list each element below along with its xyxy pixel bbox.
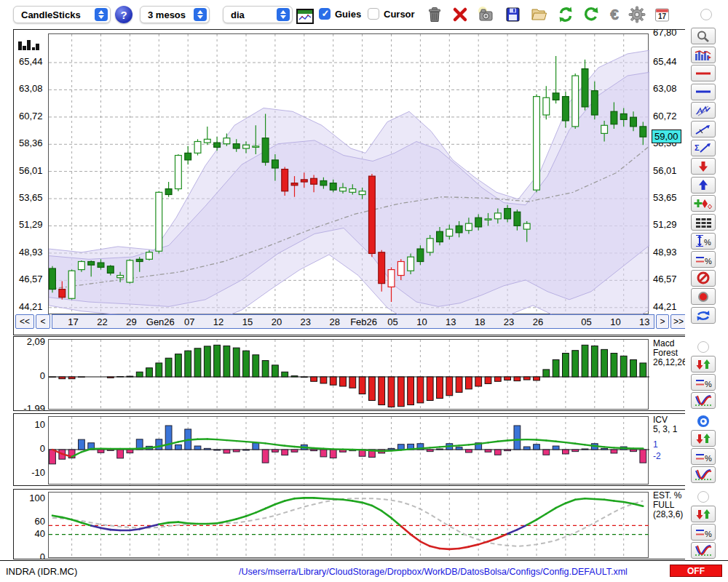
scroll-tick-label: 12 bbox=[202, 316, 234, 327]
updown-arrows-button[interactable] bbox=[691, 506, 716, 522]
price-axis-label: 48,93 bbox=[653, 247, 677, 258]
lines-percent-icon: % bbox=[694, 253, 713, 266]
lines-percent-icon: % bbox=[694, 450, 713, 463]
macd-panel-radio[interactable] bbox=[697, 341, 709, 353]
chart-type-select[interactable]: CandleSticks bbox=[13, 6, 111, 23]
lines-percent-icon: % bbox=[694, 526, 713, 539]
icv-axis-label: -10 bbox=[19, 467, 45, 478]
down-arrow-button[interactable] bbox=[691, 158, 716, 175]
interval-select[interactable]: dia bbox=[223, 6, 293, 23]
delete-x-button[interactable] bbox=[450, 4, 470, 25]
price-axis-label: 48,93 bbox=[19, 247, 43, 258]
price-axis-label: 65,44 bbox=[19, 56, 43, 67]
save-floppy-button[interactable] bbox=[502, 4, 523, 25]
refresh-button[interactable] bbox=[555, 4, 576, 25]
scroll-tick-label: 23 bbox=[290, 316, 322, 327]
date-scrollbar: << < 172229Gen26071215202328Feb260510131… bbox=[15, 314, 685, 330]
scroll-tick-label: 28 bbox=[319, 316, 351, 327]
scroll-fast-next-button[interactable]: >> bbox=[670, 314, 686, 329]
scroll-prev-button[interactable]: < bbox=[36, 314, 50, 329]
lines-percent-button[interactable]: % bbox=[691, 524, 716, 541]
add-marker-button[interactable] bbox=[691, 195, 716, 212]
save-floppy-icon bbox=[504, 6, 521, 23]
lines-percent-button[interactable]: % bbox=[691, 374, 716, 391]
scroll-tick-label: Feb26 bbox=[348, 316, 380, 327]
updown-arrows-icon bbox=[694, 358, 713, 371]
stoch-panel-radio[interactable] bbox=[697, 491, 709, 503]
settings-gear-button[interactable] bbox=[627, 4, 647, 25]
price-axis-label: 63,08 bbox=[653, 83, 677, 94]
price-axis-label: 58,36 bbox=[19, 137, 43, 148]
curves-button[interactable] bbox=[691, 542, 716, 559]
stoch-axis-label: 40 bbox=[19, 528, 45, 539]
trendline-icon bbox=[694, 123, 713, 136]
icv-panel-radio[interactable] bbox=[697, 415, 709, 427]
lines-percent-button[interactable]: % bbox=[691, 448, 716, 465]
guies-checkbox[interactable]: Guies bbox=[319, 8, 361, 20]
mini-chart-window-icon[interactable] bbox=[295, 6, 315, 26]
stoch-right-label: (28,3,6) bbox=[653, 510, 683, 519]
forbidden-icon bbox=[694, 271, 713, 284]
price-axis-label: 53,65 bbox=[19, 192, 43, 203]
icv-right-value: -2 bbox=[653, 452, 661, 461]
snapshot-camera-button[interactable] bbox=[475, 4, 496, 25]
curves-button[interactable] bbox=[691, 466, 716, 483]
scroll-next-button[interactable]: > bbox=[656, 314, 669, 329]
scroll-strip[interactable]: 172229Gen26071215202328Feb26051013182326… bbox=[52, 314, 654, 329]
lines-percent-button[interactable]: % bbox=[691, 251, 716, 268]
macd-axis-label: -1,99 bbox=[19, 403, 45, 411]
macd-panel: Histgrama MACD Macd Forest 26,12,26 2,09… bbox=[13, 336, 686, 411]
open-folder-button[interactable] bbox=[529, 4, 549, 25]
price-axis-label: 51,29 bbox=[653, 219, 677, 230]
price-axis-label: 65,44 bbox=[653, 56, 677, 67]
channel-button[interactable] bbox=[691, 102, 716, 119]
record-button[interactable] bbox=[691, 288, 716, 305]
stoch-axis-label: 60 bbox=[19, 516, 45, 527]
blue-line-icon bbox=[694, 85, 713, 98]
period-label: 3 mesos bbox=[148, 9, 189, 20]
blue-line-button[interactable] bbox=[691, 84, 716, 100]
forbidden-button[interactable] bbox=[691, 270, 716, 287]
scroll-fast-prev-button[interactable]: << bbox=[15, 314, 34, 329]
sum-trendline-button[interactable]: Σ bbox=[691, 140, 716, 156]
euro-button[interactable]: € bbox=[604, 4, 625, 25]
updown-arrows-button[interactable] bbox=[691, 356, 716, 372]
toolbar-radio[interactable] bbox=[700, 9, 712, 20]
period-select[interactable]: 3 mesos bbox=[140, 6, 210, 23]
histogram-panel-button[interactable] bbox=[691, 47, 716, 63]
svg-text:Σ: Σ bbox=[695, 143, 700, 152]
revert-button[interactable] bbox=[580, 4, 601, 25]
scroll-tick-label: 26 bbox=[522, 316, 554, 327]
price-axis-label: 60,72 bbox=[653, 111, 677, 121]
price-plot bbox=[48, 33, 649, 314]
scroll-tick-label: 18 bbox=[464, 316, 496, 327]
vertical-range-percent-button[interactable]: % bbox=[691, 233, 716, 250]
calendar-button[interactable]: 17 bbox=[652, 4, 672, 25]
red-line-button[interactable] bbox=[691, 65, 716, 81]
cursor-label: Cursor bbox=[384, 9, 415, 20]
checkbox-unchecked-icon bbox=[368, 8, 379, 20]
scroll-tick-label: 05 bbox=[571, 316, 603, 327]
curves-button[interactable] bbox=[691, 392, 716, 409]
scroll-tick-label: 23 bbox=[493, 316, 525, 327]
price-axis-label: 44,21 bbox=[19, 301, 43, 312]
curves-icon bbox=[694, 469, 713, 482]
updown-arrows-button[interactable] bbox=[691, 430, 716, 447]
zoom-button[interactable] bbox=[691, 28, 716, 44]
trash-button[interactable] bbox=[424, 4, 445, 25]
icv-axis-label: 0 bbox=[19, 443, 45, 454]
cursor-checkbox[interactable]: Cursor bbox=[368, 8, 415, 20]
svg-text:%: % bbox=[705, 380, 712, 388]
help-button[interactable]: ? bbox=[115, 6, 132, 23]
chevron-updown-icon bbox=[194, 8, 207, 21]
off-button[interactable]: OFF bbox=[670, 565, 722, 577]
euro-icon: € bbox=[606, 6, 623, 23]
red-line-icon bbox=[694, 67, 713, 80]
stoch-axis-label: 0 bbox=[19, 551, 45, 559]
table-rows-button[interactable] bbox=[691, 214, 716, 231]
up-arrow-button[interactable] bbox=[691, 177, 716, 194]
trendline-button[interactable] bbox=[691, 121, 716, 137]
sync-button[interactable] bbox=[691, 307, 716, 324]
macd-plot bbox=[48, 339, 649, 410]
question-icon: ? bbox=[120, 9, 127, 21]
